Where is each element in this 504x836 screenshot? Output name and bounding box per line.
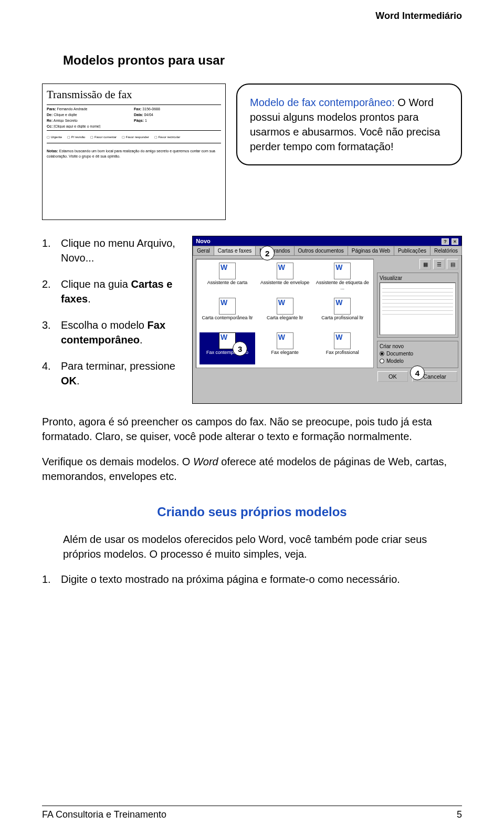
steps-row: 1. Clique no menu Arquivo, Novo... 2. Cl… xyxy=(42,236,462,404)
tab-paginas-web[interactable]: Páginas da Web xyxy=(348,246,394,255)
doc-icon xyxy=(219,298,236,315)
step-3: 3. Escolha o modelo Fax contemporâneo. xyxy=(42,318,182,347)
lbl: Págs: xyxy=(134,119,144,122)
details-icon[interactable]: ▤ xyxy=(447,259,458,269)
list-icon[interactable]: ☰ xyxy=(433,259,445,269)
footer-left: FA Consultoria e Treinamento xyxy=(42,809,166,820)
step-num: 3. xyxy=(42,318,54,347)
right-pane: ▦ ☰ ▤ Visualizar Criar novo Documento Mo… xyxy=(377,259,458,368)
novo-dialog: Novo ? × Geral Cartas e faxes Memorandos… xyxy=(192,236,462,404)
val: Clique e digite xyxy=(54,113,77,117)
note-text: Estamos buscando um bom local para reali… xyxy=(47,149,215,158)
tpl-label: Assistente de etiqueta de ... xyxy=(314,280,370,291)
doc-title: Word Intermediário xyxy=(375,11,462,21)
large-icons-icon[interactable]: ▦ xyxy=(419,259,431,269)
step-text: Escolha o modelo Fax contemporâneo. xyxy=(61,318,182,347)
divider xyxy=(47,130,221,131)
tpl-assistente-etiqueta[interactable]: Assistente de etiqueta de ... xyxy=(314,263,370,295)
steps-col: 1. Clique no menu Arquivo, Novo... 2. Cl… xyxy=(42,236,182,400)
t: Para terminar, pressione xyxy=(61,360,175,372)
criar-novo-box: Criar novo Documento Modelo xyxy=(377,341,458,368)
dialog-tabs: Geral Cartas e faxes Memorandos Outros d… xyxy=(193,246,461,256)
para-after-steps: Pronto, agora é só preencher os campos d… xyxy=(42,414,462,444)
tpl-label: Fax profissional xyxy=(314,350,370,361)
t: . xyxy=(77,375,80,386)
step-num: 1. xyxy=(42,572,54,587)
val: 1 xyxy=(145,119,147,122)
criar-label: Criar novo xyxy=(380,343,456,349)
step-text: Digite o texto mostrado na próxima págin… xyxy=(61,572,400,587)
step-1: 1. Clique no menu Arquivo, Novo... xyxy=(42,236,182,265)
top-row: Transmissão de fax Para: Fernando Andrad… xyxy=(42,83,462,220)
badge-4: 4 xyxy=(410,365,425,380)
radio-documento[interactable]: Documento xyxy=(380,351,456,357)
step-text: Para terminar, pressione OK. xyxy=(61,359,182,388)
close-icon[interactable]: × xyxy=(452,238,458,245)
doc-icon xyxy=(219,263,236,279)
doc-icon xyxy=(277,298,293,315)
callout-box: Modelo de fax contemporâneo: O Word poss… xyxy=(236,83,462,165)
fax-title: Transmissão de fax xyxy=(47,88,221,101)
page-content: Modelos prontos para usar Transmissão de… xyxy=(0,22,504,587)
doc-icon xyxy=(277,332,293,349)
tab-publicacoes[interactable]: Publicações xyxy=(394,246,430,255)
radio-icon xyxy=(380,359,384,363)
tab-outros[interactable]: Outros documentos xyxy=(294,246,348,255)
window-buttons: ? × xyxy=(440,238,458,244)
tab-cartas-faxes[interactable]: Cartas e faxes xyxy=(214,246,256,255)
note-lbl: Notas: xyxy=(47,149,58,153)
doc-icon xyxy=(334,298,351,315)
radio-label: Documento xyxy=(386,351,413,357)
tpl-assistente-carta[interactable]: Assistente de carta xyxy=(200,263,255,295)
section-title-2: Criando seus próprios modelos xyxy=(42,505,462,519)
doc-icon xyxy=(277,263,293,279)
chk: P/ revisão xyxy=(67,135,85,139)
chk: Favor recircular xyxy=(154,135,180,139)
tpl-carta-profissional[interactable]: Carta profissional ltr xyxy=(314,298,370,330)
tab-geral[interactable]: Geral xyxy=(193,246,214,255)
chk: Favor responder xyxy=(122,135,149,139)
tpl-carta-contemporanea[interactable]: Carta contemporânea ltr xyxy=(200,298,255,330)
template-grid: Assistente de carta Assistente de envelo… xyxy=(196,259,374,368)
tab-relatorios[interactable]: Relatórios xyxy=(430,246,462,255)
tpl-label: Carta elegante ltr xyxy=(257,316,313,326)
doc-icon xyxy=(334,332,351,349)
tpl-label: Assistente de envelope xyxy=(257,280,313,291)
step-num: 1. xyxy=(42,236,54,265)
lbl: Cc: xyxy=(47,124,52,128)
callout-emph: Modelo de fax contemporâneo: xyxy=(250,97,395,108)
b: OK xyxy=(61,375,77,386)
page-footer: FA Consultoria e Treinamento 5 xyxy=(42,806,462,820)
para-verify: Verifique os demais modelos. O Word ofer… xyxy=(42,454,462,484)
footer-page-number: 5 xyxy=(457,809,462,820)
val: 04/04 xyxy=(144,113,153,117)
radio-label: Modelo xyxy=(386,358,404,364)
ok-button[interactable]: OK xyxy=(377,371,408,382)
val: [Clique aqui e digite o nome] xyxy=(54,124,100,128)
chk: Favor comentar xyxy=(90,135,117,139)
fax-note: Notas: Estamos buscando um bom local par… xyxy=(47,149,221,159)
t: . xyxy=(88,293,91,305)
radio-modelo[interactable]: Modelo xyxy=(380,358,456,364)
t: Escolha o modelo xyxy=(61,319,148,331)
section2-para: Além de usar os modelos oferecidos pelo … xyxy=(63,532,462,561)
visualizar-box: Visualizar xyxy=(377,273,458,338)
tpl-carta-elegante[interactable]: Carta elegante ltr xyxy=(257,298,313,330)
italic: Word xyxy=(193,456,218,467)
tpl-assistente-envelope[interactable]: Assistente de envelope xyxy=(257,263,313,295)
chk: Urgente xyxy=(47,135,62,139)
tpl-fax-elegante[interactable]: Fax elegante xyxy=(257,332,313,364)
val: Amigo Secreto xyxy=(54,119,78,122)
dialog-body: Assistente de carta Assistente de envelo… xyxy=(193,256,461,371)
tpl-fax-profissional[interactable]: Fax profissional xyxy=(314,332,370,364)
preview-area xyxy=(380,283,456,335)
section2-step1: 1. Digite o texto mostrado na próxima pá… xyxy=(42,572,462,587)
lbl: De: xyxy=(47,113,52,117)
help-icon[interactable]: ? xyxy=(442,238,449,245)
fax-fields: Para: Fernando Andrade Fax: 3156-0688 De… xyxy=(47,107,221,128)
doc-icon xyxy=(334,263,351,279)
tpl-label: Fax elegante xyxy=(257,350,313,361)
val: 3156-0688 xyxy=(142,107,160,111)
radio-icon xyxy=(380,351,384,356)
lbl: Re: xyxy=(47,119,52,122)
